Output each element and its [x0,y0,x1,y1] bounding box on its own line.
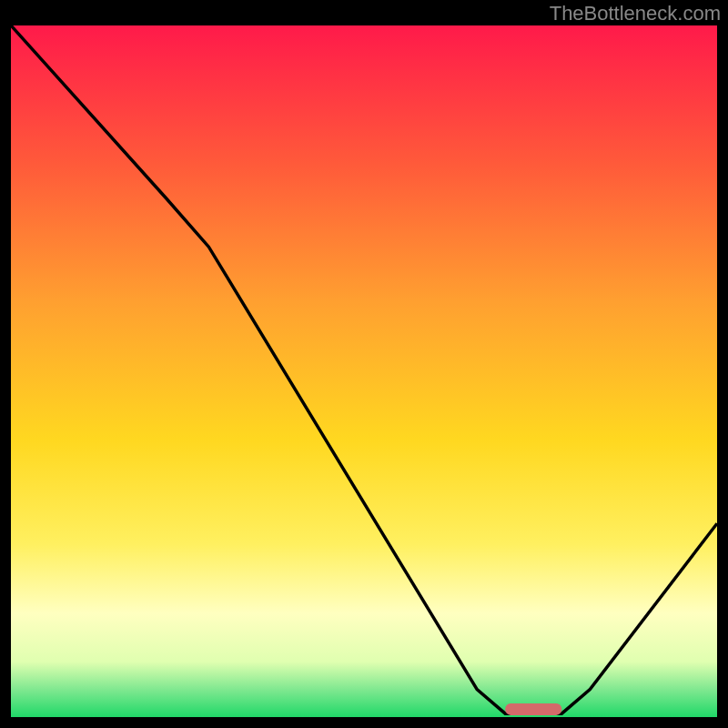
gradient-background [11,25,717,717]
chart-svg [11,25,717,717]
chart-plot-area [11,25,717,717]
optimal-marker [505,703,561,715]
chart-container: TheBottleneck.com [0,0,728,728]
watermark-text: TheBottleneck.com [550,2,721,25]
